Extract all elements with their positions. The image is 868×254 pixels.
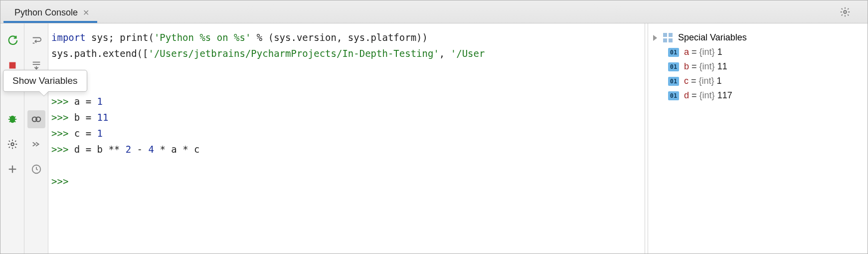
console-prompt: >>> — [51, 96, 74, 107]
var-value: 1 — [717, 47, 722, 57]
code-text: a = — [74, 96, 97, 107]
code-text: sys.path.extend([ — [51, 48, 148, 59]
var-eq: = — [692, 47, 697, 57]
code-number: 2 — [126, 144, 131, 155]
console-prompt: >>> — [51, 144, 74, 155]
console-prompt: >>> — [51, 176, 74, 187]
console-output[interactable]: import sys; print('Python %s on %s' % (s… — [48, 23, 645, 254]
code-string: 'Python %s on %s' — [154, 32, 251, 43]
code-text: , — [439, 48, 451, 59]
var-eq: = — [692, 90, 697, 100]
history-button[interactable] — [27, 160, 45, 178]
execute-selection-button[interactable] — [27, 135, 45, 153]
expand-icon[interactable] — [653, 35, 657, 41]
type-badge: 01 — [668, 91, 679, 100]
new-console-button[interactable] — [3, 160, 21, 178]
variable-row[interactable]: 01 b = {int} 11 — [653, 59, 863, 74]
svg-rect-1 — [9, 62, 15, 69]
code-text: % (sys.version, sys.platform)) — [251, 32, 428, 43]
svg-point-2 — [9, 116, 15, 123]
variable-row[interactable]: 01 a = {int} 1 — [653, 45, 863, 59]
var-type: {int} — [699, 47, 715, 57]
tab-bar-actions — [840, 0, 868, 23]
variable-row[interactable]: 01 c = {int} 1 — [653, 74, 863, 88]
toolbar-primary — [0, 23, 24, 254]
code-keyword: import — [51, 32, 86, 43]
code-text: sys; print( — [86, 32, 154, 43]
show-variables-tooltip: Show Variables — [3, 70, 87, 92]
console-prompt: >>> — [51, 128, 74, 139]
var-eq: = — [692, 61, 697, 71]
special-variables-header[interactable]: Special Variables — [653, 30, 863, 45]
variables-panel: Special Variables 01 a = {int} 1 01 b = … — [648, 23, 868, 254]
code-number: 1 — [97, 128, 103, 139]
svg-line-6 — [14, 117, 15, 118]
code-number: 4 — [149, 144, 154, 155]
svg-line-8 — [14, 121, 15, 122]
variables-header-label: Special Variables — [678, 32, 747, 43]
code-string: '/User — [451, 48, 485, 59]
var-name: d — [684, 90, 689, 100]
var-type: {int} — [699, 90, 715, 100]
code-number: 1 — [97, 96, 103, 107]
var-type: {int} — [699, 76, 714, 86]
show-variables-button[interactable] — [27, 110, 45, 128]
code-string: '/Users/jetbrains/PycharmProjects/In-Dep… — [148, 48, 439, 59]
var-name: c — [684, 76, 689, 86]
soft-wrap-button[interactable] — [27, 31, 45, 49]
code-text: - — [131, 144, 148, 155]
var-name: a — [684, 47, 689, 57]
var-value: 1 — [717, 76, 722, 86]
code-text: * a * c — [154, 144, 200, 155]
code-text: d = b ** — [74, 144, 126, 155]
tab-python-console[interactable]: Python Console ✕ — [3, 4, 97, 23]
debug-button[interactable] — [3, 110, 21, 128]
var-value: 117 — [717, 90, 732, 100]
svg-point-0 — [844, 10, 847, 13]
type-badge: 01 — [668, 48, 679, 57]
type-badge: 01 — [668, 77, 679, 86]
type-badge: 01 — [668, 62, 679, 71]
left-toolbars — [0, 23, 48, 254]
var-type: {int} — [699, 61, 715, 71]
var-name: b — [684, 61, 689, 71]
tab-bar: Python Console ✕ — [0, 0, 868, 23]
panes-icon — [663, 33, 673, 43]
code-number: 11 — [97, 112, 109, 123]
close-icon[interactable]: ✕ — [83, 8, 89, 17]
gear-icon[interactable] — [840, 6, 851, 17]
code-text: b = — [74, 112, 97, 123]
code-text: c = — [74, 128, 97, 139]
rerun-button[interactable] — [3, 31, 21, 49]
variable-row[interactable]: 01 d = {int} 117 — [653, 88, 863, 103]
svg-point-9 — [11, 143, 14, 146]
main-area: import sys; print('Python %s on %s' % (s… — [0, 23, 868, 254]
splitter[interactable] — [645, 23, 648, 254]
console-prompt: >>> — [51, 112, 74, 123]
python-console-window: Python Console ✕ — [0, 0, 868, 254]
var-value: 11 — [717, 61, 727, 71]
settings-button[interactable] — [3, 135, 21, 153]
tooltip-text: Show Variables — [12, 75, 78, 86]
svg-line-5 — [9, 117, 10, 118]
var-eq: = — [691, 76, 696, 86]
svg-line-7 — [9, 121, 10, 122]
toolbar-secondary — [24, 23, 48, 254]
tab-label: Python Console — [14, 7, 78, 18]
